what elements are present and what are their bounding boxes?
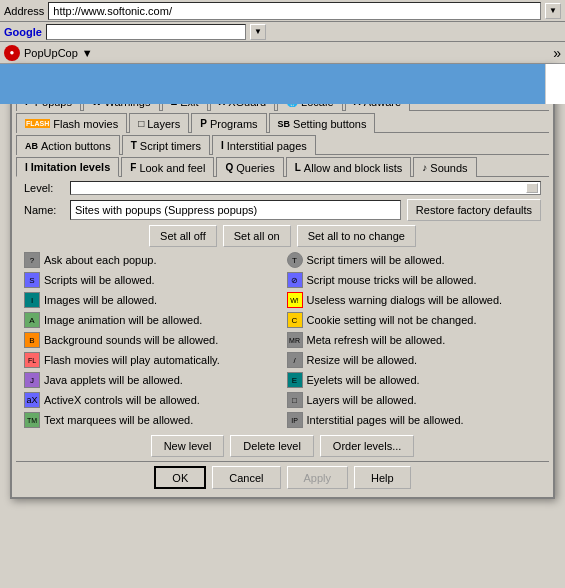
option-scripts-icon: S [24, 272, 40, 288]
option-resize: / Resize will be allowed. [287, 351, 542, 369]
popup-cop-dropdown[interactable]: ▼ [82, 47, 93, 59]
tab-flash-icon: FLASH [25, 119, 50, 128]
tab-layers[interactable]: □Layers [129, 113, 189, 133]
tab-allow-block[interactable]: LAllow and block lists [286, 157, 412, 177]
tabs-row-2: FLASHFlash movies □Layers PPrograms SBSe… [16, 113, 549, 133]
level-slider[interactable] [70, 181, 541, 195]
set-all-no-change-button[interactable]: Set all to no change [297, 225, 416, 247]
option-flash-movies-label: Flash movies will play automatically. [44, 354, 220, 366]
popup-cop-label: PopUpCop [24, 47, 78, 59]
name-input[interactable] [70, 200, 401, 220]
level-label: Level: [24, 182, 64, 194]
options-area: ? Ask about each popup. T Script timers … [24, 251, 541, 429]
option-image-animation-icon: A [24, 312, 40, 328]
dialog-footer: OK Cancel Apply Help [16, 461, 549, 493]
option-marquees-label: Text marquees will be allowed. [44, 414, 193, 426]
tab-programs-label: Programs [210, 118, 258, 130]
option-marquees: TM Text marquees will be allowed. [24, 411, 279, 429]
tab-interstitial-label: Interstitial pages [227, 140, 307, 152]
dialog-body: PPopups WWarnings EExit XXGuard 🌐Locale … [12, 87, 553, 497]
tab-setting-buttons-label: Setting buttons [293, 118, 366, 130]
tab-allow-block-icon: L [295, 162, 301, 173]
address-go-button[interactable]: ▼ [545, 3, 561, 19]
popup-cop-icon: ● [4, 45, 20, 61]
option-bg-sounds-icon: B [24, 332, 40, 348]
popup-cop-separator [103, 52, 553, 54]
google-bar: Google ▼ [0, 22, 565, 42]
tab-sounds-label: Sounds [430, 162, 467, 174]
tab-action-buttons-icon: AB [25, 141, 38, 151]
option-script-mouse-icon: ⊘ [287, 272, 303, 288]
option-ask-popup-label: Ask about each popup. [44, 254, 157, 266]
dialog: ● PopUpCop Options ✕ PPopups WWarnings E… [10, 65, 555, 499]
tab-layers-label: Layers [147, 118, 180, 130]
google-search-input[interactable] [46, 24, 246, 40]
set-all-off-button[interactable]: Set all off [149, 225, 217, 247]
option-warning-dialogs: W! Useless warning dialogs will be allow… [287, 291, 542, 309]
tab-programs[interactable]: PPrograms [191, 113, 266, 133]
option-layers: □ Layers will be allowed. [287, 391, 542, 409]
tab-imitation-levels-icon: I [25, 162, 28, 173]
tab-look-feel[interactable]: FLook and feel [121, 157, 214, 177]
option-script-mouse: ⊘ Script mouse tricks will be allowed. [287, 271, 542, 289]
tab-script-timers[interactable]: TScript timers [122, 135, 210, 155]
tabs-row-3: ABAction buttons TScript timers IInterst… [16, 135, 549, 155]
option-layers-icon: □ [287, 392, 303, 408]
option-resize-label: Resize will be allowed. [307, 354, 418, 366]
browser-content-background [0, 64, 565, 104]
restore-factory-defaults-button[interactable]: Restore factory defaults [407, 199, 541, 221]
option-activex-label: ActiveX controls will be allowed. [44, 394, 200, 406]
option-eyelets: E Eyelets will be allowed. [287, 371, 542, 389]
option-cookie: C Cookie setting will not be changed. [287, 311, 542, 329]
google-label: Google [4, 26, 42, 38]
option-warning-dialogs-label: Useless warning dialogs will be allowed. [307, 294, 503, 306]
tab-allow-block-label: Allow and block lists [304, 162, 402, 174]
level-slider-thumb[interactable] [526, 183, 538, 193]
option-images: I Images will be allowed. [24, 291, 279, 309]
option-cookie-label: Cookie setting will not be changed. [307, 314, 477, 326]
set-buttons-row: Set all off Set all on Set all to no cha… [24, 225, 541, 247]
cancel-button[interactable]: Cancel [212, 466, 280, 489]
ok-button[interactable]: OK [154, 466, 206, 489]
option-image-animation-label: Image animation will be allowed. [44, 314, 202, 326]
delete-level-button[interactable]: Delete level [230, 435, 313, 457]
new-level-button[interactable]: New level [151, 435, 225, 457]
browser-scrollbar[interactable] [545, 64, 565, 104]
tab-queries[interactable]: QQueries [216, 157, 283, 177]
option-java-label: Java applets will be allowed. [44, 374, 183, 386]
option-scripts: S Scripts will be allowed. [24, 271, 279, 289]
option-interstitial-label: Interstitial pages will be allowed. [307, 414, 464, 426]
tab-setting-buttons[interactable]: SBSetting buttons [269, 113, 376, 133]
option-bg-sounds: B Background sounds will be allowed. [24, 331, 279, 349]
google-search-button[interactable]: ▼ [250, 24, 266, 40]
popup-cop-forward[interactable]: » [553, 45, 561, 61]
tab-action-buttons[interactable]: ABAction buttons [16, 135, 120, 155]
option-interstitial: IP Interstitial pages will be allowed. [287, 411, 542, 429]
address-input[interactable]: http://www.softonic.com/ [48, 2, 541, 20]
tab-sounds[interactable]: ♪Sounds [413, 157, 476, 177]
option-warning-dialogs-icon: W! [287, 292, 303, 308]
tab-flash[interactable]: FLASHFlash movies [16, 113, 127, 133]
help-button[interactable]: Help [354, 466, 411, 489]
tab-sounds-icon: ♪ [422, 162, 427, 173]
option-script-mouse-label: Script mouse tricks will be allowed. [307, 274, 477, 286]
option-activex: aX ActiveX controls will be allowed. [24, 391, 279, 409]
level-row: Level: [24, 181, 541, 195]
tab-interstitial[interactable]: IInterstitial pages [212, 135, 316, 155]
name-label: Name: [24, 204, 64, 216]
order-levels-button[interactable]: Order levels... [320, 435, 414, 457]
tab-look-feel-label: Look and feel [139, 162, 205, 174]
tab-interstitial-icon: I [221, 140, 224, 151]
set-all-on-button[interactable]: Set all on [223, 225, 291, 247]
tab-queries-label: Queries [236, 162, 275, 174]
option-images-label: Images will be allowed. [44, 294, 157, 306]
option-eyelets-label: Eyelets will be allowed. [307, 374, 420, 386]
option-ask-popup-icon: ? [24, 252, 40, 268]
option-cookie-icon: C [287, 312, 303, 328]
apply-button[interactable]: Apply [287, 466, 349, 489]
option-eyelets-icon: E [287, 372, 303, 388]
tab-look-feel-icon: F [130, 162, 136, 173]
tab-imitation-levels-label: Imitation levels [31, 161, 110, 173]
option-java-icon: J [24, 372, 40, 388]
tab-imitation-levels[interactable]: IImitation levels [16, 157, 119, 177]
